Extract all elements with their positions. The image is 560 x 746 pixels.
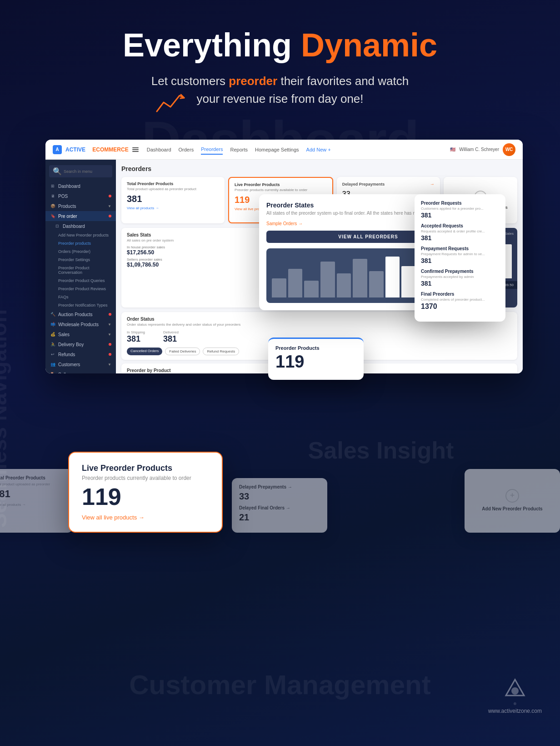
state-item-4: Final Preorders Completed orders of preo…	[421, 292, 499, 311]
sidebar-label-sales: Sales	[58, 332, 70, 337]
nav-menu: Dashboard Orders Preorders Reports Homep…	[147, 145, 447, 155]
sidebar: 🔍 ⊞ Dashboard 🖥 POS 📦 Products	[45, 160, 116, 373]
delivery-dot	[109, 343, 111, 346]
page-title: Preorders	[121, 165, 517, 172]
sidebar-label-subdashboard: Dashboard	[63, 224, 85, 229]
sidebar-item-products[interactable]: 📦 Products ▼	[45, 201, 116, 211]
total-card-number: 381	[127, 194, 219, 204]
sidebar-label-delivery: Delivery Boy	[58, 342, 84, 347]
sidebar-sub-products[interactable]: Preorder products	[45, 239, 116, 247]
search-icon: 🔍	[53, 167, 62, 176]
cancelled-orders-badge[interactable]: Cancelled Orders	[127, 348, 162, 355]
live-preorder-link[interactable]: View all live products →	[82, 514, 209, 521]
sidebar-item-pos[interactable]: 🖥 POS	[45, 191, 116, 201]
live-preorder-subtitle: Preorder products currently available to…	[82, 475, 209, 481]
sidebar-sub-reviews[interactable]: Preorder Product Reviews	[45, 285, 116, 293]
sidebar-label-customers: Customers	[58, 362, 80, 367]
subdashboard-icon: ⊡	[55, 223, 60, 229]
search-input[interactable]	[64, 169, 109, 174]
order-status-sub: Order status represents the delivery and…	[127, 323, 512, 327]
state-desc-3: Prepayments accepted by admin	[421, 275, 499, 279]
state-desc-0: Customers applied for a preorder pro...	[421, 207, 499, 211]
nav-orders[interactable]: Orders	[179, 145, 194, 154]
ghost-right-label: Add New Preorder Products	[482, 506, 542, 511]
ppf-number: 119	[275, 353, 356, 372]
delivered-number: 381	[163, 334, 179, 344]
sidebar-sub-orders[interactable]: Orders (Preorder)	[45, 247, 116, 256]
ps-bar-4	[337, 273, 351, 297]
state-item-1: Accepted Requests Requests accepted & or…	[421, 223, 499, 242]
shipping-number: 381	[127, 334, 145, 344]
wholesale-icon: 📫	[50, 322, 55, 327]
sidebar-item-sales[interactable]: 💰 Sales ▼	[45, 329, 116, 339]
refund-requests-badge[interactable]: Refund Requests	[203, 348, 239, 355]
delayed-prepayments-row: Delayed Prepayments →	[342, 181, 435, 186]
ghost-mid-title: Delayed Prepayments →	[239, 484, 320, 489]
customers-icon: 👥	[50, 362, 55, 367]
shipping-count: In Shipping 381	[127, 330, 145, 344]
state-name-1: Accepted Requests	[421, 223, 499, 228]
sidebar-sub-settings[interactable]: Preorder Settings	[45, 256, 116, 264]
ghost-left-sub: Total product uploaded as preorder	[0, 482, 65, 486]
state-desc-4: Completed orders of preorder product...	[421, 297, 499, 302]
delivered-label: Delivered	[163, 330, 179, 334]
sidebar-sub-notifications[interactable]: Preorder Notification Types	[45, 301, 116, 309]
nav-reports[interactable]: Reports	[230, 145, 248, 154]
live-preorder-card: Live Preorder Products Preorder products…	[68, 452, 223, 533]
live-card-subtitle: Preorder products currently available to…	[235, 188, 327, 192]
sidebar-sub-queries[interactable]: Preorder Product Queries	[45, 277, 116, 285]
nav-homepage[interactable]: Homepage Settings	[255, 145, 299, 154]
sidebar-label-dashboard: Dashboard	[58, 184, 80, 189]
state-count-4: 1370	[421, 302, 499, 311]
ps-bar-8	[401, 266, 416, 297]
state-count-0: 381	[421, 212, 499, 219]
ghost-mid-number: 33	[239, 491, 320, 502]
preorder-notification-dot	[109, 215, 111, 217]
nav-preorders[interactable]: Preorders	[201, 145, 223, 155]
state-count-1: 381	[421, 234, 499, 242]
sidebar-sub-faqs[interactable]: FAQs	[45, 293, 116, 301]
state-count-3: 381	[421, 280, 499, 287]
sidebar-sub-add-new[interactable]: Add New Preorder products	[45, 231, 116, 239]
state-item-0: Preorder Requests Customers applied for …	[421, 201, 499, 219]
sidebar-item-customers[interactable]: 👥 Customers ▼	[45, 359, 116, 369]
total-card-subtitle: Total product uploaded as preorder produ…	[127, 187, 219, 191]
ps-bar-2	[304, 281, 319, 297]
live-preorder-title: Live Preorder Products	[82, 464, 209, 473]
sidebar-item-refunds[interactable]: ↩ Refunds	[45, 349, 116, 359]
total-card-title: Total Preorder Products	[127, 181, 219, 186]
nav-dashboard[interactable]: Dashboard	[147, 145, 171, 154]
products-arrow-icon: ▼	[108, 204, 111, 208]
total-card-link[interactable]: View all products →	[127, 206, 219, 210]
ps-bar-5	[353, 259, 367, 297]
live-card-title: Live Preorder Products	[235, 182, 327, 187]
ps-bar-6	[369, 271, 384, 297]
sidebar-label-wholesale: Wholesale Products	[58, 322, 99, 327]
failed-deliveries-badge[interactable]: Failed Deliveries	[165, 348, 200, 355]
sidebar-item-preorder[interactable]: 🔖 Pre order	[45, 211, 116, 221]
sidebar-item-sellers[interactable]: 🏪 Sellers ▼	[45, 369, 116, 373]
ps-bar-3	[320, 262, 335, 297]
sidebar-label-preorder: Pre order	[58, 214, 77, 219]
user-avatar: WC	[503, 143, 515, 156]
state-item-2: Prepayment Requests Prepayment Requests …	[421, 246, 499, 264]
preorder-icon: 🔖	[50, 213, 55, 219]
sidebar-item-subdashboard[interactable]: ⊡ Dashboard	[45, 221, 116, 231]
sidebar-item-auction[interactable]: 🔨 Auction Products	[45, 309, 116, 319]
state-name-2: Prepayment Requests	[421, 246, 499, 251]
sidebar-item-wholesale[interactable]: 📫 Wholesale Products ▼	[45, 319, 116, 329]
ghost-left-number: 381	[0, 488, 65, 500]
sidebar-item-dashboard[interactable]: ⊞ Dashboard	[45, 181, 116, 191]
hamburger-menu[interactable]	[132, 147, 139, 152]
nav-add-new[interactable]: Add New +	[306, 145, 331, 154]
refunds-dot	[109, 353, 111, 356]
sidebar-item-delivery[interactable]: 🚴 Delivery Boy	[45, 339, 116, 349]
sidebar-sub-conversation[interactable]: Preorder Product Conversation	[45, 264, 116, 277]
state-count-2: 381	[421, 257, 499, 264]
sidebar-search[interactable]: 🔍	[49, 165, 112, 177]
sidebar-label-auction: Auction Products	[58, 312, 93, 317]
dashboard-nav: A ACTIVE ECOMMERCE Dashboard Orders Preo…	[45, 140, 523, 160]
pos-notification-dot	[109, 195, 111, 197]
ps-bar-7	[385, 257, 400, 297]
brand-registered: ®	[514, 702, 516, 706]
